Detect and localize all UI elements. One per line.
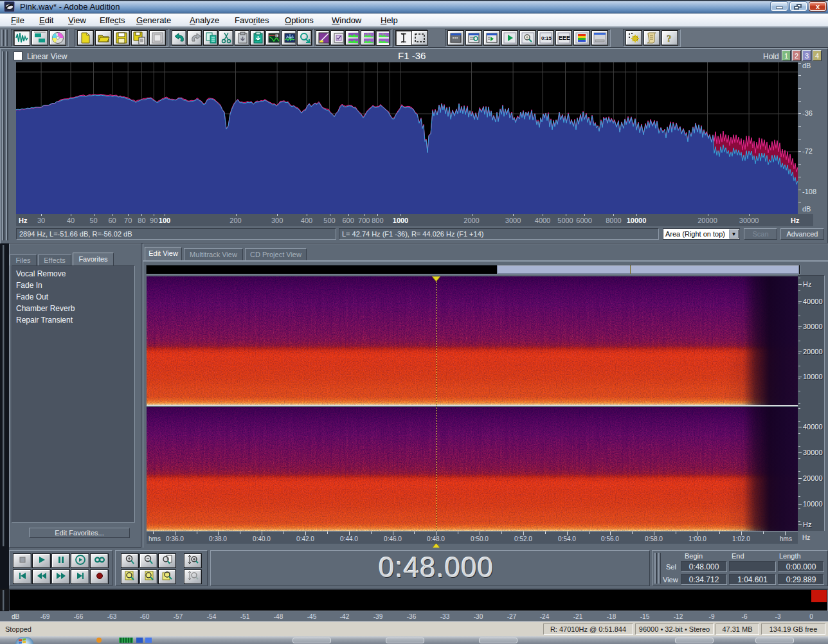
svg-text:?: ? <box>667 33 672 44</box>
svg-text:0:15: 0:15 <box>541 35 552 41</box>
svg-text:EEE: EEE <box>559 35 570 41</box>
